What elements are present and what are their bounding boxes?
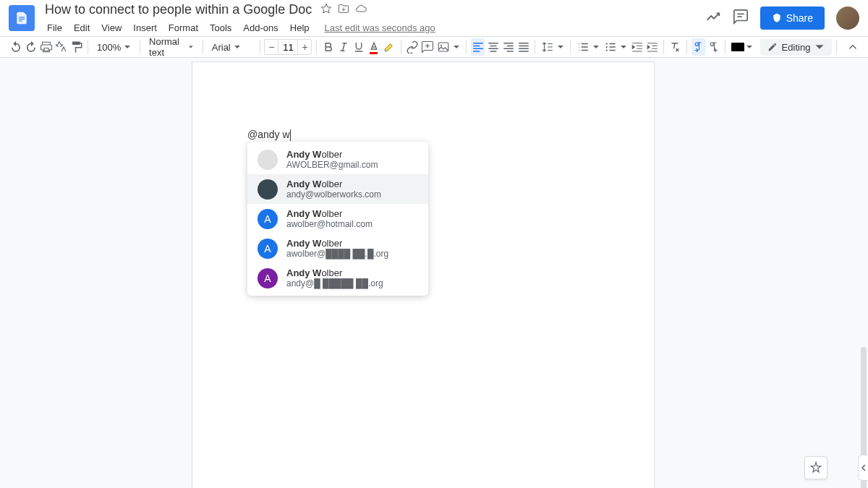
- account-avatar[interactable]: [836, 7, 859, 30]
- autocomplete-name: Andy Wolber: [286, 238, 388, 249]
- rtl-button[interactable]: [707, 38, 720, 56]
- spellcheck-button[interactable]: [54, 38, 68, 56]
- align-right-button[interactable]: [501, 38, 515, 56]
- autocomplete-item[interactable]: AAndy Wolberawolber@████ ██.█.org: [247, 234, 428, 263]
- autocomplete-item[interactable]: Andy WolberAWOLBER@gmail.com: [247, 145, 428, 174]
- autocomplete-email: andy@█ █████ ██.org: [286, 278, 383, 288]
- align-left-button[interactable]: [471, 38, 485, 56]
- indent-increase-button[interactable]: [645, 38, 659, 56]
- redaction-color-button[interactable]: [730, 38, 754, 56]
- hide-menus-button[interactable]: [846, 38, 859, 56]
- autocomplete-email: awolber@hotmail.com: [286, 219, 373, 229]
- autocomplete-name: Andy Wolber: [286, 267, 383, 278]
- text-color-button[interactable]: [367, 38, 380, 56]
- svg-point-7: [441, 45, 442, 46]
- share-button-label: Share: [786, 12, 813, 24]
- autocomplete-avatar: [258, 179, 278, 200]
- autocomplete-avatar: [258, 150, 278, 170]
- autocomplete-email: awolber@████ ██.█.org: [286, 249, 388, 259]
- indent-decrease-button[interactable]: [630, 38, 644, 56]
- insert-comment-button[interactable]: [420, 38, 434, 56]
- zoom-select[interactable]: 100%: [93, 38, 135, 56]
- paragraph-style-select[interactable]: Normal text: [145, 38, 198, 56]
- bulleted-list-button[interactable]: [603, 38, 629, 56]
- svg-rect-1: [19, 19, 25, 20]
- font-size-control: − 11 +: [264, 39, 312, 55]
- numbered-list-button[interactable]: [575, 38, 601, 56]
- autocomplete-name: Andy Wolber: [286, 149, 378, 160]
- insert-image-button[interactable]: [435, 38, 461, 56]
- align-justify-button[interactable]: [516, 38, 530, 56]
- workspace: @andy w Andy WolberAWOLBER@gmail.comAndy…: [0, 58, 868, 488]
- font-size-value[interactable]: 11: [278, 40, 298, 54]
- svg-rect-2: [19, 20, 22, 21]
- ltr-button[interactable]: [692, 38, 705, 56]
- docs-logo-icon[interactable]: [9, 5, 35, 31]
- italic-button[interactable]: [336, 38, 350, 56]
- autocomplete-item[interactable]: AAndy Wolberawolber@hotmail.com: [247, 204, 428, 234]
- explore-button[interactable]: [804, 456, 827, 479]
- paint-format-button[interactable]: [69, 38, 83, 56]
- font-select[interactable]: Arial: [208, 38, 255, 56]
- editing-mode-label: Editing: [782, 42, 811, 53]
- document-text[interactable]: @andy w: [247, 129, 291, 141]
- editing-mode-button[interactable]: Editing: [760, 39, 833, 56]
- autocomplete-item[interactable]: Andy Wolberandy@wolberworks.com: [247, 174, 428, 204]
- line-spacing-button[interactable]: [540, 38, 566, 56]
- print-button[interactable]: [39, 38, 53, 56]
- svg-point-10: [606, 49, 608, 51]
- menu-add-ons[interactable]: Add-ons: [238, 20, 283, 35]
- cloud-status-icon[interactable]: [355, 3, 367, 17]
- menu-tools[interactable]: Tools: [205, 20, 237, 35]
- redo-button[interactable]: [24, 38, 38, 56]
- svg-point-9: [606, 46, 608, 48]
- menu-format[interactable]: Format: [163, 20, 203, 35]
- undo-button[interactable]: [9, 38, 22, 56]
- menu-help[interactable]: Help: [285, 20, 315, 35]
- comments-icon[interactable]: [733, 9, 749, 27]
- document-page[interactable]: @andy w Andy WolberAWOLBER@gmail.comAndy…: [192, 61, 655, 488]
- svg-rect-6: [439, 43, 449, 51]
- font-size-increase[interactable]: +: [298, 41, 311, 53]
- autocomplete-name: Andy Wolber: [286, 179, 381, 189]
- autocomplete-item[interactable]: AAndy Wolberandy@█ █████ ██.org: [247, 263, 428, 293]
- align-center-button[interactable]: [486, 38, 500, 56]
- side-panel-expand[interactable]: [858, 455, 868, 481]
- autocomplete-avatar: A: [258, 209, 278, 229]
- menu-view[interactable]: View: [96, 20, 127, 35]
- autocomplete-avatar: A: [258, 239, 278, 259]
- autocomplete-email: AWOLBER@gmail.com: [286, 160, 378, 170]
- activity-icon[interactable]: [705, 9, 721, 27]
- toolbar: 100% Normal text Arial − 11 + Editing: [0, 36, 868, 58]
- menu-insert[interactable]: Insert: [128, 20, 162, 35]
- insert-link-button[interactable]: [405, 38, 419, 56]
- people-autocomplete: Andy WolberAWOLBER@gmail.comAndy Wolbera…: [247, 142, 428, 296]
- star-icon[interactable]: [320, 3, 332, 17]
- highlight-button[interactable]: [382, 38, 396, 56]
- autocomplete-name: Andy Wolber: [286, 208, 373, 219]
- font-size-decrease[interactable]: −: [265, 41, 278, 53]
- autocomplete-avatar: A: [258, 268, 278, 288]
- menubar: File Edit View Insert Format Tools Add-o…: [42, 20, 705, 35]
- document-title[interactable]: How to connect to people within a Google…: [42, 1, 315, 19]
- autocomplete-email: andy@wolberworks.com: [286, 189, 381, 200]
- svg-rect-0: [19, 17, 25, 17]
- move-icon[interactable]: [338, 3, 349, 17]
- clear-formatting-button[interactable]: [668, 38, 682, 56]
- bold-button[interactable]: [321, 38, 335, 56]
- last-edit-link[interactable]: Last edit was seconds ago: [325, 22, 435, 33]
- underline-button[interactable]: [352, 38, 365, 56]
- menu-file[interactable]: File: [42, 20, 67, 35]
- share-button[interactable]: Share: [760, 7, 825, 30]
- svg-point-8: [606, 43, 608, 44]
- menu-edit[interactable]: Edit: [69, 20, 95, 35]
